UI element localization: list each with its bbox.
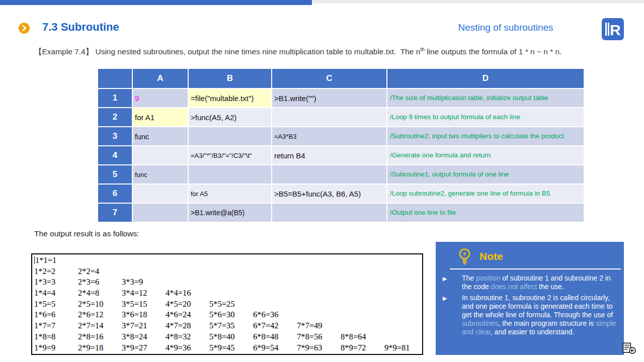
cell-a2: for A1 [133,108,188,126]
note-bullet-list: ▶The position of subroutine 1 and subrou… [443,274,620,336]
section-chevron-badge [19,23,30,34]
note-box: Note ▶The position of subroutine 1 and s… [436,242,624,355]
output-cell: 6*9=54 [253,343,297,353]
example-superscript: th [420,47,424,52]
output-cell: 3*3=9 [122,277,143,287]
output-cell: 1*3=3 [34,277,78,287]
output-cell: 6*7=42 [253,321,297,331]
cell-b5 [189,165,271,184]
output-line-6: 1*6=62*6=123*6=184*6=245*6=306*6=36 [34,310,422,321]
output-cell: 7*8=56 [297,332,341,342]
output-cell: 6*6=36 [253,310,279,320]
cell-c1: >B1.write("") [272,89,386,107]
output-cell: 3*9=27 [122,343,166,353]
cell-a1: 9 [133,89,188,107]
page-title: 7.3 Subroutine [42,21,119,34]
column-header-d: D [387,69,584,88]
row-number-2: 2 [98,108,132,126]
output-cell: 4*6=24 [166,310,209,320]
cell-c4: return B4 [272,146,386,164]
output-cell: 2*3=6 [78,277,122,287]
output-line-1: 1*1=1 [34,255,422,266]
row-number-4: 4 [98,146,132,164]
output-line-9: 1*9=92*9=183*9=274*9=365*9=456*9=547*9=6… [34,343,422,354]
row-number-6: 6 [98,185,132,203]
row-number-7: 7 [98,204,132,222]
output-cell: 4*4=16 [166,288,191,298]
output-cell: 3*5=15 [122,299,166,309]
text-caret [34,256,35,264]
cell-c2 [272,108,386,126]
bullet-triangle-icon: ▶ [443,294,462,336]
output-cell: 5*7=35 [209,321,253,331]
output-cell: 3*7=21 [122,321,166,331]
bullet-triangle-icon: ▶ [443,274,462,291]
output-cell: 2*7=14 [78,321,122,331]
example-text: 【Example 7.4】 Using nested subroutines, … [34,47,420,56]
cell-a6 [133,185,188,203]
output-line-4: 1*4=42*4=83*4=124*4=16 [34,288,422,299]
output-line-5: 1*5=52*5=103*5=154*5=205*5=25 [34,299,422,310]
note-bullet-text: In subroutine 1, subroutine 2 is called … [462,294,620,336]
output-cell: 5*6=30 [209,310,253,320]
row-number-1: 1 [98,89,132,107]
cell-b6: for A5 [189,185,271,203]
output-cell: 1*6=6 [34,310,78,320]
output-cell: 2*9=18 [78,343,122,353]
output-cell: 2*6=12 [78,310,122,320]
cell-d1: /The size of multiplication table, initi… [387,89,584,107]
column-header-a: A [133,69,188,88]
cell-c3: =A3*B3 [272,127,386,145]
note-bullet-2: ▶In subroutine 1, subroutine 2 is called… [443,294,620,336]
cell-b3 [189,127,271,145]
return-note-icon[interactable] [622,342,636,354]
cell-b4: =A3/"*"/B3/"="/C3/"\t" [189,146,271,164]
output-cell: 4*8=32 [166,332,209,342]
output-cell: 5*9=45 [209,343,253,353]
output-line-7: 1*7=72*7=143*7=214*7=285*7=356*7=427*7=4… [34,321,422,332]
spreadsheet-table: A B C D 19=file("multable.txt")>B1.write… [98,69,584,222]
note-header: Note [458,248,624,265]
output-cell: 1*5=5 [34,299,78,309]
note-divider [450,268,621,269]
output-cell: 7*7=49 [297,321,323,331]
note-bullet-text: The position of subroutine 1 and subrout… [462,274,620,291]
output-cell: 4*5=20 [166,299,209,309]
lightbulb-icon [458,248,471,265]
example-text-end: line outputs the formula of 1 * n ~ n * … [425,47,562,56]
output-cell: 2*4=8 [78,288,122,298]
cell-a4 [133,146,188,164]
output-label: The output result is as follows: [34,229,139,238]
row-number-3: 3 [98,127,132,145]
cell-d5: /Subroutine1, output formula of one line [387,165,584,184]
column-header-c: C [272,69,386,88]
output-cell: 1*1=1 [35,255,56,265]
output-cell: 3*4=12 [122,288,166,298]
output-cell: 4*7=28 [166,321,209,331]
corner-header-cell [98,69,132,88]
slide-subtitle: Nesting of subroutines [397,22,614,33]
cell-c7 [272,204,386,222]
raqsoft-logo: R [602,18,624,40]
cell-a3: func [133,127,188,145]
output-cell: 1*7=7 [34,321,78,331]
output-result-box: 1*1=11*2=22*2=41*3=32*3=63*3=91*4=42*4=8… [31,253,423,355]
cell-d3: /Subroutine2, input two multipliers to c… [387,127,584,145]
cell-b1: =file("multable.txt") [189,89,271,107]
cell-d7: /Output one line to file [387,204,584,222]
output-cell: 4*9=36 [166,343,209,353]
slide: { "header": { "title": "7.3 Subroutine",… [0,0,644,362]
cell-a7 [133,204,188,222]
row-number-5: 5 [98,165,132,184]
note-bullet-1: ▶The position of subroutine 1 and subrou… [443,274,620,291]
output-cell: 6*8=48 [253,332,297,342]
output-cell: 9*9=81 [384,343,410,353]
top-gray-bar [312,0,644,4]
output-cell: 8*9=72 [341,343,384,353]
column-header-b: B [189,69,271,88]
note-title: Note [479,250,503,262]
output-cell: 1*9=9 [34,343,78,353]
output-cell: 7*9=63 [297,343,341,353]
output-cell: 5*5=25 [209,299,235,309]
output-cell: 8*8=64 [341,332,366,342]
